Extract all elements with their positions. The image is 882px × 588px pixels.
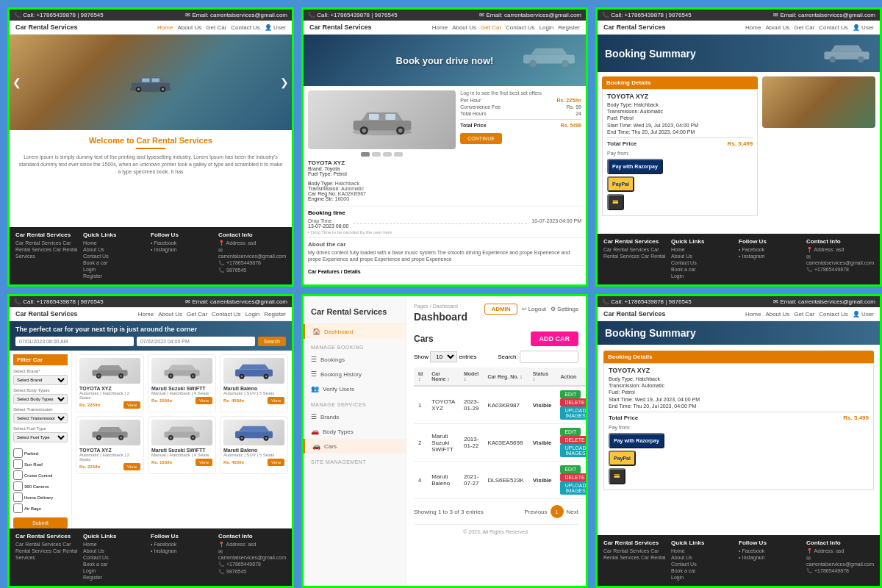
edit-btn-1[interactable]: EDIT [560, 390, 581, 398]
nav-login-p4[interactable]: Login [245, 311, 260, 318]
table-search-input[interactable] [520, 351, 578, 363]
filter-body-select[interactable]: Select Body Types [13, 394, 68, 404]
search-button-p4[interactable]: Search [258, 337, 286, 346]
search-form-p4[interactable]: Search [15, 337, 286, 346]
thumb-4[interactable] [394, 152, 403, 157]
date-to-input[interactable] [137, 337, 255, 346]
dash-menu-cars[interactable]: 🚗 Cars [304, 439, 406, 453]
nav-links-p3[interactable]: Home About Us Get Car Contact Us 👤 User [745, 24, 874, 31]
nav-getcar-p2[interactable]: Get Car [481, 24, 501, 31]
nav-links-p1[interactable]: Home About Us Get Car Contact Us 👤 User [157, 24, 286, 31]
nav-contact-p6[interactable]: Contact Us [819, 311, 848, 318]
nav-about-p2[interactable]: About Us [452, 24, 476, 31]
check-cruise[interactable]: Cruise Control [13, 470, 68, 480]
nav-contact-p2[interactable]: Contact Us [506, 24, 535, 31]
check-parked[interactable]: Parked [13, 448, 68, 458]
car-price-6: Rs. 455/hr [223, 460, 245, 465]
nav-register-p2[interactable]: Register [558, 24, 580, 31]
hero-chevron-left[interactable]: ❮ [12, 76, 21, 88]
thumb-3[interactable] [383, 152, 392, 157]
page-1-btn[interactable]: 1 [551, 505, 564, 518]
nav-about-p4[interactable]: About Us [158, 311, 182, 318]
thumb-2[interactable] [372, 152, 381, 157]
nav-links-p6[interactable]: Home About Us Get Car Contact Us 👤 User [745, 311, 874, 318]
next-page[interactable]: Next [567, 509, 578, 515]
check-sunroof[interactable]: Sun Roof [13, 459, 68, 469]
dash-menu-brands[interactable]: ☰ Brands [304, 409, 406, 424]
booking-hero: Booking Summary [598, 35, 880, 72]
dash-menu-booking-history[interactable]: ☰ Booking History [304, 367, 406, 381]
delete-btn-2[interactable]: DELETE [560, 436, 586, 444]
nav-home-p6[interactable]: Home [745, 311, 761, 318]
nav-about[interactable]: About Us [177, 24, 201, 31]
filter-submit-button[interactable]: Submit [13, 517, 68, 528]
dashboard-label: Dashboard [324, 329, 353, 335]
nav-contact-p3[interactable]: Contact Us [819, 24, 848, 31]
continue-button[interactable]: CONTINUE [460, 133, 502, 144]
p6-card-btn[interactable]: 💳 [609, 468, 625, 484]
filter-trans-select[interactable]: Select Transmission [13, 413, 68, 423]
check-airbags[interactable]: Air Bags [13, 503, 68, 513]
nav-user-p3[interactable]: 👤 User [853, 24, 874, 31]
dash-menu-bookings[interactable]: ☰ Bookings [304, 352, 406, 367]
nav-contact-p4[interactable]: Contact Us [212, 311, 241, 318]
dash-menu-body-types[interactable]: 🚗 Body Types [304, 424, 406, 439]
svg-point-21 [858, 56, 864, 62]
nav-links-p2[interactable]: Home About Us Get Car Contact Us Login R… [432, 24, 580, 31]
check-delivery[interactable]: Home Delivery [13, 492, 68, 502]
card-button[interactable]: 💳 [607, 194, 624, 210]
view-btn-1[interactable]: View [123, 401, 140, 409]
filter-brand-select[interactable]: Select Brand Toyota Maruti [13, 375, 68, 385]
nav-links-p4[interactable]: Home About Us Get Car Contact Us Login R… [138, 311, 286, 318]
col-reg: Car Reg. No. ↕ [483, 368, 528, 386]
nav-about-p6[interactable]: About Us [765, 311, 789, 318]
nav-user-p6[interactable]: 👤 User [853, 311, 874, 318]
view-btn-5[interactable]: View [196, 459, 212, 466]
nav-logo-p3: Car Rental Services [603, 24, 666, 31]
nav-home-p3[interactable]: Home [745, 24, 761, 31]
nav-getcar-p4[interactable]: Get Car [187, 311, 207, 318]
nav-about-p3[interactable]: About Us [765, 24, 789, 31]
dash-menu-verify-users[interactable]: 👥 Verify Users [304, 381, 406, 396]
filter-fuel-select[interactable]: Select Fuel Type [13, 432, 68, 442]
check-360[interactable]: 360 Camera [13, 481, 68, 491]
nav-getcar-p6[interactable]: Get Car [794, 311, 814, 318]
nav-login-p2[interactable]: Login [539, 24, 554, 31]
add-car-button[interactable]: ADD CAR [531, 331, 579, 346]
logout-button[interactable]: ↩ Logout [522, 306, 546, 312]
settings-button[interactable]: ⚙ Settings [551, 306, 578, 312]
razorpay-button[interactable]: Pay with Razorpay [607, 159, 663, 174]
date-from-input[interactable] [15, 337, 134, 346]
view-btn-3[interactable]: View [268, 397, 284, 404]
nav-contact[interactable]: Contact Us [231, 24, 260, 31]
nav-register-p4[interactable]: Register [264, 311, 286, 318]
entries-select[interactable]: 102550 [430, 351, 457, 362]
upload-btn-2[interactable]: UPLOAD IMAGES [560, 444, 586, 457]
edit-btn-2[interactable]: EDIT [560, 428, 581, 436]
view-btn-6[interactable]: View [268, 459, 284, 466]
nav-home-p2[interactable]: Home [432, 24, 448, 31]
nav-home-p4[interactable]: Home [138, 311, 154, 318]
dashboard-layout: Car Rental Services 🏠 Dashboard MANAGE B… [304, 296, 586, 586]
paypal-button[interactable]: PayPal [607, 176, 634, 192]
nav-getcar-p3[interactable]: Get Car [794, 24, 814, 31]
prev-page[interactable]: Previous [524, 509, 547, 515]
dash-menu-dashboard[interactable]: 🏠 Dashboard [304, 324, 406, 339]
view-btn-4[interactable]: View [123, 463, 140, 470]
bookings-label: Bookings [320, 356, 345, 363]
delete-btn-3[interactable]: DELETE [560, 473, 586, 481]
site-footer-p3: Car Rental Services Car Rental Services … [598, 234, 880, 284]
upload-btn-1[interactable]: UPLOAD IMAGES [560, 406, 586, 420]
thumb-1[interactable] [361, 152, 370, 157]
view-btn-2[interactable]: View [196, 397, 212, 404]
nav-getcar[interactable]: Get Car [206, 24, 226, 31]
delete-btn-1[interactable]: DELETE [560, 398, 586, 406]
nav-home[interactable]: Home [157, 24, 173, 31]
nav-user[interactable]: 👤 User [265, 24, 286, 31]
edit-btn-3[interactable]: EDIT [560, 465, 581, 473]
p6-booking-body: TOYOTA XYZ Body Type: Hatchback Transmis… [603, 363, 874, 490]
p6-paypal-btn[interactable]: PayPal [609, 451, 636, 466]
p6-razorpay-btn[interactable]: Pay with Razorpay [609, 433, 664, 448]
hero-chevron-right[interactable]: ❯ [280, 76, 289, 88]
upload-btn-3[interactable]: UPLOAD IMAGES [560, 481, 586, 495]
